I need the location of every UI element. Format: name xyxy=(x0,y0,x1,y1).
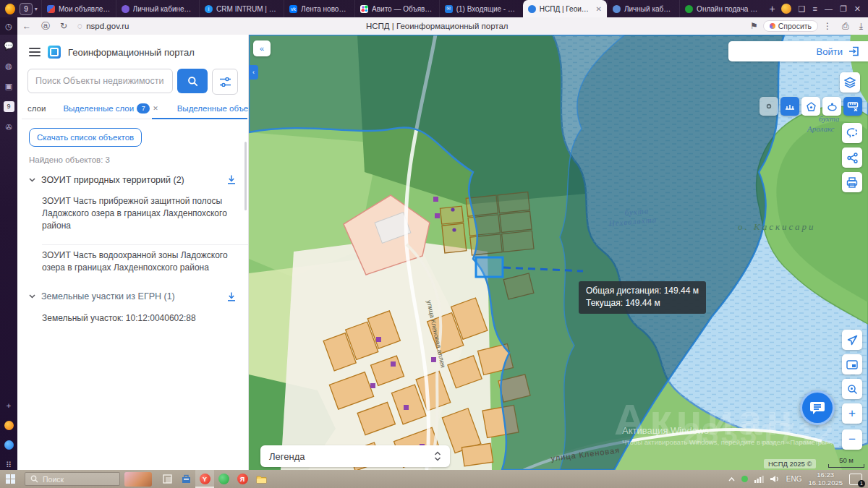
measure-distance-button[interactable] xyxy=(780,97,799,116)
login-icon xyxy=(848,46,859,56)
selected-layers-badge: 7 xyxy=(137,103,150,114)
yandex-app-button[interactable]: Я xyxy=(233,470,252,488)
history-clock-icon[interactable]: ◷ xyxy=(0,17,17,35)
browser-tab-mail[interactable]: ✉ (1) Входящие - По... xyxy=(439,0,523,17)
group-parcels[interactable]: Земельные участки из ЕГРН (1) xyxy=(29,291,237,302)
download-icon[interactable]: ⤓ xyxy=(859,21,863,31)
expand-collapse-icon[interactable] xyxy=(434,451,441,461)
search-icon xyxy=(187,76,198,87)
close-tab-icon[interactable]: ✕ xyxy=(596,5,602,13)
my-location-button[interactable] xyxy=(842,330,862,350)
collapse-panel-button[interactable]: « xyxy=(253,40,271,56)
site-badge-icon[interactable]: ◌ xyxy=(77,21,82,31)
zoom-in-button[interactable]: + xyxy=(842,403,862,424)
map-canvas[interactable]: бухта Нехвалахти бухта Аролакс о. Каскис… xyxy=(249,35,868,470)
legend-bar[interactable]: Легенда xyxy=(260,445,450,467)
layers-button[interactable] xyxy=(840,72,860,93)
network-icon[interactable] xyxy=(754,475,764,483)
browser-tab-cabinet1[interactable]: Личный кабинет в... xyxy=(116,0,199,17)
close-window-button[interactable]: ✕ xyxy=(854,4,861,14)
taskbar-search[interactable]: Поиск xyxy=(25,472,120,486)
taskbar-clock[interactable]: 16:23 16.10.2025 xyxy=(808,471,843,487)
share-button[interactable] xyxy=(842,147,862,168)
browser-tab-cabinet2[interactable]: Личный кабинет xyxy=(607,0,679,17)
collections-icon[interactable]: ▣ xyxy=(4,81,14,91)
clear-measure-button[interactable] xyxy=(843,97,862,116)
reload-icon[interactable]: ↻ xyxy=(60,21,67,31)
back-icon[interactable]: ← xyxy=(22,21,31,31)
volume-icon[interactable] xyxy=(770,475,780,483)
alice-icon[interactable]: ◍ xyxy=(4,61,14,71)
browser-menu-icon[interactable]: ≡ xyxy=(812,4,817,13)
menu-icon[interactable] xyxy=(29,48,41,56)
search-location-icon xyxy=(847,384,858,395)
extension-icon[interactable]: ⎙ xyxy=(842,21,849,31)
sliders-icon xyxy=(220,77,231,87)
notification-center-icon[interactable]: 1 xyxy=(849,474,862,485)
apps-grid-icon[interactable]: ⠿ xyxy=(4,460,14,470)
start-button[interactable] xyxy=(0,470,20,488)
browser-tab-nspd-active[interactable]: НСПД | Геоинф... ✕ xyxy=(523,0,607,17)
browser-tab-vk-news[interactable]: vk Лента новостей xyxy=(284,0,354,17)
tab-counter[interactable]: 9 xyxy=(20,3,33,15)
tray-green-dot-icon[interactable] xyxy=(741,476,748,482)
search-on-map-button[interactable] xyxy=(842,379,862,399)
browser-tab-avito[interactable]: Авито — Объявле... xyxy=(354,0,439,17)
restore-button[interactable]: ❐ xyxy=(840,4,847,14)
music-icon[interactable] xyxy=(4,421,14,430)
object-item[interactable]: ЗОУИТ Часть водоохранной зоны Ладожского… xyxy=(42,244,248,281)
measure-point-button[interactable] xyxy=(760,97,778,116)
messenger-icon[interactable] xyxy=(4,440,14,450)
minimize-button[interactable]: — xyxy=(825,4,833,13)
add-service-icon[interactable]: + xyxy=(4,401,14,411)
select-area-button[interactable] xyxy=(842,123,862,143)
dialog-icon[interactable]: ❑ xyxy=(799,4,806,14)
search-input[interactable] xyxy=(27,69,173,93)
download-group-icon[interactable] xyxy=(226,174,237,185)
browser-logo-icon[interactable] xyxy=(5,4,15,14)
news-widget-thumbnail[interactable] xyxy=(124,472,152,487)
browser-tab-myads[interactable]: Мои объявления xyxy=(41,0,116,17)
task-view-button[interactable] xyxy=(158,470,176,488)
ask-ai-button[interactable]: Спросить xyxy=(763,20,818,32)
browser-tab-crm[interactable]: i CRM INTRUM | БК... xyxy=(199,0,284,17)
language-indicator[interactable]: ENG xyxy=(786,475,802,483)
yandex-page-icon[interactable]: ⓐ xyxy=(41,20,50,33)
chevron-down-icon[interactable]: ▾ xyxy=(35,6,38,12)
parcel-item[interactable]: Земельный участок: 10:12:0040602:88 xyxy=(42,308,248,332)
download-group-icon[interactable] xyxy=(226,291,237,302)
bookmark-icon[interactable]: ⚑ xyxy=(750,21,758,31)
measure-area-button[interactable] xyxy=(801,97,820,116)
area-polygon-icon xyxy=(806,101,817,112)
print-button[interactable] xyxy=(842,172,862,192)
search-button[interactable] xyxy=(177,69,208,93)
panel-edge-toggle[interactable]: ‹ xyxy=(249,65,258,80)
tab-layers[interactable]: слои xyxy=(26,104,47,113)
yandex-browser-button[interactable]: Y xyxy=(195,470,214,488)
kebab-menu-icon[interactable]: ⋮ xyxy=(823,21,832,31)
profile-avatar[interactable] xyxy=(781,4,791,14)
file-explorer-button[interactable] xyxy=(252,470,271,488)
measure-circle-button[interactable] xyxy=(822,97,841,116)
panel-scrollbar[interactable] xyxy=(244,142,247,210)
browser-tab-online[interactable]: Онлайн подача за... xyxy=(679,0,763,17)
filter-button[interactable] xyxy=(212,69,238,95)
screenshot-icon[interactable]: ✇ xyxy=(4,122,14,132)
close-tab-layers-icon[interactable]: ✕ xyxy=(153,105,158,112)
minimap-button[interactable] xyxy=(842,354,862,374)
store-button[interactable] xyxy=(176,470,195,488)
tabs-panel-icon[interactable]: 9 xyxy=(4,101,14,112)
hidden-icons-chevron[interactable] xyxy=(728,477,735,481)
login-button[interactable]: Войти xyxy=(817,46,843,57)
zoom-out-button[interactable]: − xyxy=(842,429,862,450)
online-favicon xyxy=(685,5,693,13)
new-tab-button[interactable]: + xyxy=(763,3,780,14)
chevron-down-icon xyxy=(29,178,35,182)
download-objects-list-button[interactable]: Скачать список объектов xyxy=(29,128,142,147)
tab-selected-layers[interactable]: Выделенные слои 7 ✕ xyxy=(61,103,159,114)
object-item[interactable]: ЗОУИТ Часть прибрежной защитной полосы Л… xyxy=(42,191,248,239)
group-zouit[interactable]: ЗОУИТ природных территорий (2) xyxy=(29,174,237,185)
url-text[interactable]: nspd.gov.ru xyxy=(86,22,129,30)
chat-icon[interactable]: 💬 xyxy=(4,40,14,51)
green-app-button[interactable] xyxy=(214,470,233,488)
